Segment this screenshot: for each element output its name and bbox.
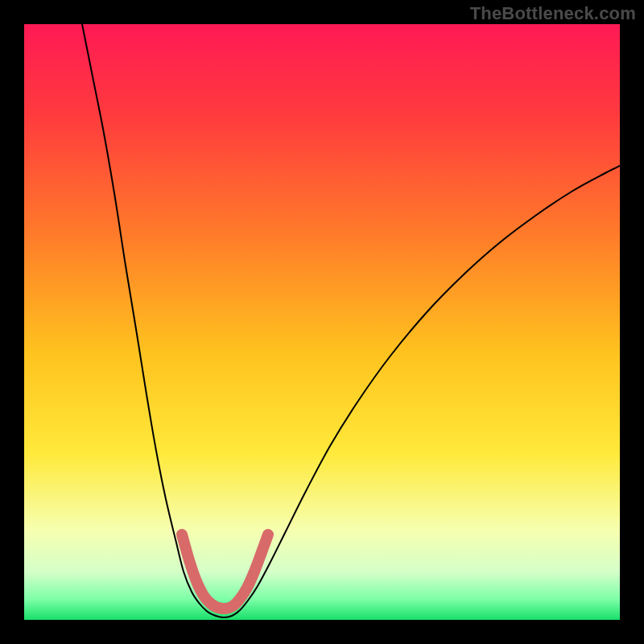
plot-area — [24, 24, 620, 620]
watermark-label: TheBottleneck.com — [470, 3, 636, 24]
chart-svg — [24, 24, 620, 620]
gradient-background — [24, 24, 620, 620]
chart-frame: TheBottleneck.com — [0, 0, 644, 644]
